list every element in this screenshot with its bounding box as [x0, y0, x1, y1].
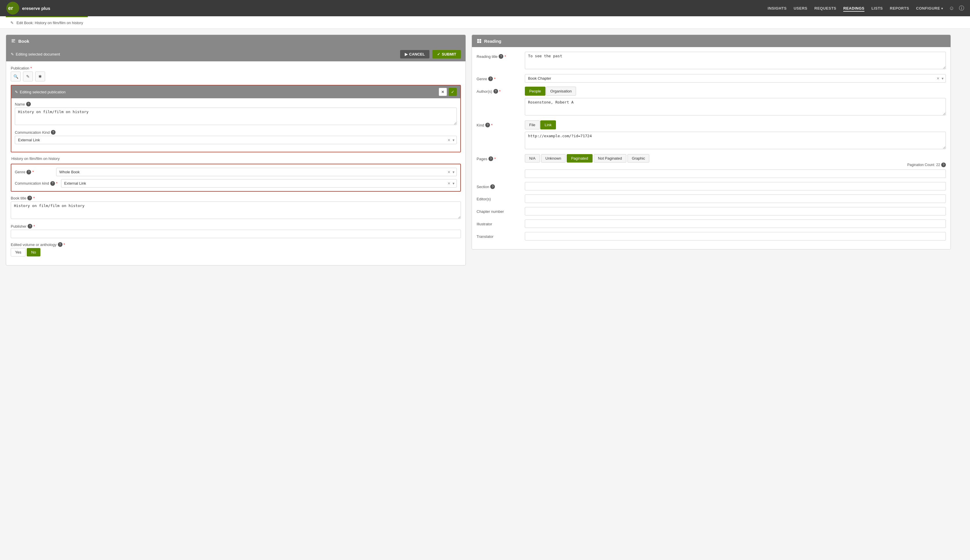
editors-field	[525, 195, 946, 203]
reading-genre-help-icon[interactable]: ?	[488, 77, 493, 81]
nav-insights[interactable]: INSIGHTS	[768, 5, 787, 12]
editors-label: Editor(s)	[477, 195, 520, 201]
pub-edit-button[interactable]: ✎	[23, 72, 33, 82]
book-title-label: Book title ? *	[11, 196, 461, 200]
pagination-count-value: 22	[936, 163, 940, 167]
editing-bar-actions: ▶ CANCEL ✓ SUBMIT	[400, 50, 461, 58]
genre-row: Genre ? * Whole Book Book Chapter Journa…	[15, 168, 457, 176]
editing-publication-panel: ✎ Editing selected publication ✕ ✓	[11, 85, 461, 152]
reading-title-help-icon[interactable]: ?	[499, 54, 503, 59]
comm-kind-select-wrapper: External Link Internal File ✕ ▼	[61, 179, 457, 188]
pages-not-paginated-button[interactable]: Not Paginated	[594, 154, 626, 163]
user-icon[interactable]: ☺	[949, 5, 954, 11]
section-input[interactable]	[525, 182, 946, 190]
comm-kind-select[interactable]: External Link Internal File	[61, 179, 457, 188]
kind-toggle-group: File Link	[525, 120, 946, 129]
reading-title-input[interactable]: To see the past	[525, 52, 946, 69]
cancel-label: CANCEL	[409, 52, 425, 57]
kind-help-icon[interactable]: ?	[485, 123, 490, 127]
pub-asterisk-button[interactable]: ✱	[35, 72, 45, 82]
illustrator-input[interactable]	[525, 220, 946, 228]
breadcrumb-text: Edit Book: History on film/film on histo…	[17, 21, 83, 25]
reading-genre-clear-icon[interactable]: ✕	[937, 77, 940, 80]
book-title-help-icon[interactable]: ?	[27, 196, 32, 200]
authors-input[interactable]: Rosenstone, Robert A	[525, 98, 946, 115]
reading-genre-select[interactable]: Book Chapter Journal Article Whole Book	[525, 74, 946, 83]
pages-graphic-button[interactable]: Graphic	[627, 154, 650, 163]
pages-unknown-button[interactable]: Unknown	[541, 154, 565, 163]
editing-pub-cancel-button[interactable]: ✕	[439, 88, 447, 96]
editing-bar-label: ✎ Editing selected document	[11, 52, 60, 57]
book-panel-title: Book	[18, 39, 29, 43]
yes-button[interactable]: Yes	[11, 248, 26, 257]
nav-reports[interactable]: REPORTS	[890, 5, 909, 12]
pages-help-icon[interactable]: ?	[488, 157, 493, 161]
link-button[interactable]: Link	[540, 120, 556, 129]
book-title-group: Book title ? * History on film/film on h…	[11, 196, 461, 220]
genre-clear-icon[interactable]: ✕	[447, 170, 450, 174]
edited-volume-help-icon[interactable]: ?	[58, 242, 63, 247]
pub-name-label: Name ?	[15, 102, 457, 107]
genre-help-icon[interactable]: ?	[27, 170, 31, 175]
organisation-button[interactable]: Organisation	[546, 87, 576, 96]
editing-pub-confirm-button[interactable]: ✓	[449, 88, 457, 96]
link-input[interactable]: http://example.com/?id=71724	[525, 132, 946, 149]
reading-panel-header: Reading	[472, 35, 950, 47]
nav-users[interactable]: USERS	[793, 5, 807, 12]
submit-button[interactable]: ✓ SUBMIT	[432, 50, 461, 58]
nav-configure[interactable]: CONFIGURE	[916, 5, 943, 12]
nav-readings[interactable]: READINGS	[843, 5, 865, 12]
publisher-input[interactable]: Routledge	[11, 230, 461, 238]
reading-genre-label: Genre ? *	[477, 74, 520, 81]
pages-na-button[interactable]: N/A	[525, 154, 540, 163]
nav-links: INSIGHTS USERS REQUESTS READINGS LISTS R…	[768, 5, 943, 12]
cancel-button[interactable]: ▶ CANCEL	[400, 50, 430, 58]
editing-publication-actions: ✕ ✓	[439, 88, 457, 96]
svg-text:er: er	[8, 5, 13, 11]
authors-toggle-group: People Organisation	[525, 87, 946, 96]
edited-volume-label: Edited volume or anthology ? *	[11, 242, 461, 247]
pub-search-button[interactable]: 🔍	[11, 72, 21, 82]
book-title-input[interactable]: History on film/film on history	[11, 202, 461, 219]
authors-required: *	[499, 89, 501, 93]
nav-lists[interactable]: LISTS	[872, 5, 883, 12]
comm-kind-clear-icon[interactable]: ✕	[447, 182, 450, 185]
reading-title-field: To see the past	[525, 52, 946, 70]
submit-label: SUBMIT	[442, 52, 456, 57]
reading-panel-title: Reading	[484, 39, 501, 43]
pub-name-help-icon[interactable]: ?	[26, 102, 31, 107]
pub-name-input[interactable]: History on film/film on history	[15, 108, 457, 125]
nav-requests[interactable]: REQUESTS	[815, 5, 837, 12]
pages-input[interactable]: 13-34	[525, 170, 946, 178]
kind-field: File Link http://example.com/?id=71724	[525, 120, 946, 150]
no-button[interactable]: No	[27, 248, 40, 257]
chapter-number-label: Chapter number	[477, 207, 520, 214]
file-button[interactable]: File	[525, 120, 540, 129]
pages-label: Pages ? *	[477, 154, 520, 161]
translator-input[interactable]	[525, 232, 946, 240]
pub-comm-kind-clear-icon[interactable]: ✕	[447, 138, 450, 142]
section-help-icon[interactable]: ?	[490, 184, 495, 189]
translator-field	[525, 232, 946, 240]
pub-comm-kind-help-icon[interactable]: ?	[51, 130, 55, 135]
editors-input[interactable]	[525, 195, 946, 203]
people-button[interactable]: People	[525, 87, 545, 96]
chapter-number-input[interactable]	[525, 207, 946, 215]
edited-volume-group: Edited volume or anthology ? * Yes No	[11, 242, 461, 257]
pages-paginated-button[interactable]: Paginated	[567, 154, 593, 163]
genre-select[interactable]: Whole Book Book Chapter Journal Article	[56, 168, 457, 176]
pagination-count-label: Pagination Count:	[907, 163, 935, 167]
comm-kind-help-icon[interactable]: ?	[50, 181, 55, 186]
reading-genre-select-wrapper: Book Chapter Journal Article Whole Book …	[525, 74, 946, 83]
authors-help-icon[interactable]: ?	[493, 89, 498, 93]
publication-label: Publication *	[11, 66, 461, 70]
publisher-help-icon[interactable]: ?	[28, 224, 32, 228]
svg-rect-5	[480, 41, 481, 43]
pub-name-display: History on film/film on history	[11, 157, 461, 161]
help-icon[interactable]: ⓘ	[959, 5, 964, 12]
right-panel: Reading Reading title ? * To see the pas…	[472, 35, 951, 265]
book-panel: Book ✎ Editing selected document ▶ CANCE…	[6, 35, 466, 265]
brand-logo[interactable]: er ereserve plus	[6, 1, 50, 15]
pub-comm-kind-select[interactable]: External Link Internal File	[15, 136, 457, 144]
pagination-count-help-icon[interactable]: ?	[941, 163, 946, 167]
